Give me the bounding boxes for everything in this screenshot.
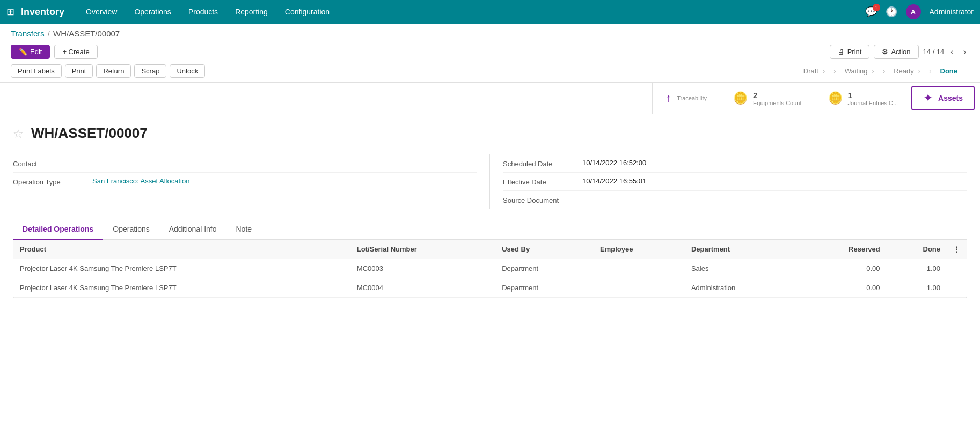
col-header-lot: Lot/Serial Number [350,240,495,259]
app-grid-icon[interactable]: ⊞ [6,6,14,18]
operations-table: Product Lot/Serial Number Used By Employ… [13,240,967,298]
journal-count: 1 [848,91,898,100]
smart-btn-journal[interactable]: 🪙 1 Journal Entries C... [815,83,912,114]
table-row: Projector Laser 4K Samsung The Premiere … [13,278,967,298]
equipments-label: Equipments Count [753,100,802,106]
status-waiting: Waiting [837,65,882,77]
top-nav: ⊞ Inventory Overview Operations Products… [0,0,980,24]
return-button[interactable]: Return [96,64,131,78]
status-trail: Draft › Waiting › Ready › Done [796,65,969,77]
top-icons: 💬 1 🕐 A Administrator [865,4,974,19]
cell-lot-1: MC0003 [350,259,495,278]
status-ready: Ready [886,65,928,77]
source-document-row: Source Document [503,191,967,209]
form-right: Scheduled Date 10/14/2022 16:52:00 Effec… [490,154,967,209]
app-name: Inventory [21,6,64,18]
cell-used-by-2: Department [495,278,594,298]
record-title: WH/ASSET/00007 [31,125,148,142]
col-header-reserved: Reserved [798,240,886,259]
breadcrumb-current: WH/ASSET/00007 [53,29,120,38]
user-avatar[interactable]: A [906,4,921,19]
action-button[interactable]: ⚙ Action [874,45,918,59]
nav-products[interactable]: Products [182,0,224,24]
cell-product-1: Projector Laser 4K Samsung The Premiere … [13,259,350,278]
effective-date-row: Effective Date 10/14/2022 16:55:01 [503,173,967,191]
breadcrumb-parent[interactable]: Transfers [11,29,45,38]
messages-icon[interactable]: 💬 1 [865,6,877,18]
clock-icon[interactable]: 🕐 [886,6,897,18]
scheduled-date-value: 10/14/2022 16:52:00 [582,159,646,167]
nav-reporting[interactable]: Reporting [229,0,274,24]
pagination: 14 / 14 ‹ › [923,46,969,58]
smart-btn-assets[interactable]: ✦ Assets [911,86,975,110]
equipments-count: 2 [753,91,802,100]
cell-done-2: 1.00 [887,278,947,298]
table-row: Projector Laser 4K Samsung The Premiere … [13,259,967,278]
effective-date-value: 10/14/2022 16:55:01 [582,177,646,185]
row-more-2[interactable] [947,278,967,298]
form-layout: Contact Operation Type San Francisco: As… [13,154,967,209]
favorite-star-icon[interactable]: ☆ [13,127,24,141]
next-page-button[interactable]: › [960,46,969,58]
nav-configuration[interactable]: Configuration [279,0,336,24]
action-bar: Print Labels Print Return Scrap Unlock D… [0,62,980,83]
cell-employee-1 [594,259,685,278]
operation-type-row: Operation Type San Francisco: Asset Allo… [13,173,477,190]
print-button[interactable]: 🖨 Print [830,45,870,59]
journal-label: Journal Entries C... [848,100,898,106]
cell-department-1: Sales [685,259,799,278]
main-toolbar: ✏️ Edit + Create 🖨 Print ⚙ Action 14 / 1… [0,41,980,62]
status-draft: Draft [796,65,833,77]
cell-reserved-2: 0.00 [798,278,886,298]
col-header-used-by: Used By [495,240,594,259]
row-more-1[interactable] [947,259,967,278]
cell-product-2: Projector Laser 4K Samsung The Premiere … [13,278,350,298]
smart-btn-equipments[interactable]: 🪙 2 Equipments Count [720,83,815,114]
operation-type-label: Operation Type [13,177,88,186]
message-badge: 1 [873,4,880,11]
create-button[interactable]: + Create [54,45,97,59]
smart-btn-traceability[interactable]: ↑ Traceability [653,83,720,114]
breadcrumb-sep: / [48,29,50,38]
scrap-button[interactable]: Scrap [134,64,166,78]
col-header-product: Product [13,240,350,259]
scheduled-date-row: Scheduled Date 10/14/2022 16:52:00 [503,154,967,173]
print-labels-button[interactable]: Print Labels [11,64,62,78]
contact-label: Contact [13,159,88,168]
status-done: Done [933,65,970,77]
gear-icon: ⚙ [882,48,888,56]
assets-label: Assets [938,94,963,102]
cell-lot-2: MC0004 [350,278,495,298]
assets-icon: ✦ [923,91,933,105]
col-header-done: Done [887,240,947,259]
record-header: ☆ WH/ASSET/00007 [13,125,967,142]
operation-type-value[interactable]: San Francisco: Asset Allocation [92,177,189,185]
print-action-button[interactable]: Print [65,64,93,78]
cell-used-by-1: Department [495,259,594,278]
table-container: Product Lot/Serial Number Used By Employ… [13,240,967,298]
table-header-row: Product Lot/Serial Number Used By Employ… [13,240,967,259]
tab-additional-info[interactable]: Additional Info [159,219,226,240]
tab-operations[interactable]: Operations [103,219,159,240]
tab-note[interactable]: Note [226,219,261,240]
cell-department-2: Administration [685,278,799,298]
col-header-more: ⋮ [947,240,967,259]
unlock-button[interactable]: Unlock [170,64,205,78]
traceability-icon: ↑ [665,91,671,105]
tab-detailed-operations[interactable]: Detailed Operations [13,219,103,240]
prev-page-button[interactable]: ‹ [947,46,956,58]
nav-overview[interactable]: Overview [79,0,123,24]
effective-date-label: Effective Date [503,177,578,186]
source-document-label: Source Document [503,195,578,204]
edit-button[interactable]: ✏️ Edit [11,45,50,59]
equipments-icon: 🪙 [733,91,748,105]
breadcrumb: Transfers / WH/ASSET/00007 [0,24,980,41]
col-header-department: Department [685,240,799,259]
traceability-label: Traceability [677,95,707,101]
nav-operations[interactable]: Operations [128,0,177,24]
cell-reserved-1: 0.00 [798,259,886,278]
print-icon: 🖨 [838,48,845,56]
journal-icon: 🪙 [828,91,843,105]
form-left: Contact Operation Type San Francisco: As… [13,154,490,209]
cell-employee-2 [594,278,685,298]
